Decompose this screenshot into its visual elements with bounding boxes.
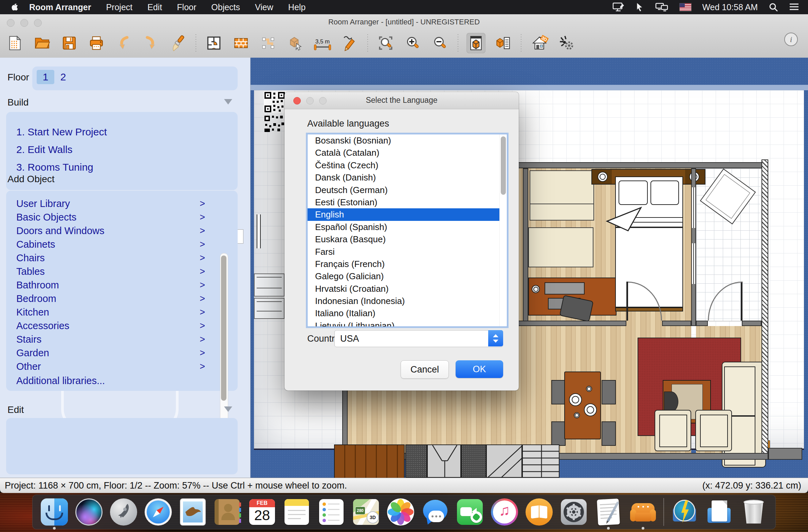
bed[interactable] bbox=[615, 176, 683, 307]
armchair[interactable] bbox=[695, 410, 732, 451]
menu-edit[interactable]: Edit bbox=[147, 2, 162, 12]
language-option[interactable]: English bbox=[308, 208, 507, 221]
measure-button[interactable]: 3,5 m bbox=[313, 33, 332, 53]
ok-button[interactable]: OK bbox=[456, 360, 503, 378]
spotlight-search-icon[interactable] bbox=[769, 2, 778, 12]
language-option[interactable]: Français (French) bbox=[308, 258, 507, 270]
category-kitchen[interactable]: Kitchen> bbox=[16, 305, 205, 319]
cancel-button[interactable]: Cancel bbox=[401, 360, 449, 379]
category-doors-and-windows[interactable]: Doors and Windows> bbox=[16, 224, 205, 238]
sidecar-display-icon[interactable] bbox=[612, 2, 625, 12]
additional-libraries-link[interactable]: Additional libraries... bbox=[16, 374, 205, 387]
floor-tab-1[interactable]: 1 bbox=[37, 70, 54, 84]
wall-stub-right[interactable] bbox=[768, 448, 802, 460]
redo-button[interactable] bbox=[141, 33, 160, 53]
language-option[interactable]: Lietuviu (Lithuanian) bbox=[308, 320, 507, 327]
paver-tile[interactable] bbox=[486, 444, 522, 478]
build-step-2[interactable]: 2. Edit Walls bbox=[16, 144, 107, 155]
category-chairs[interactable]: Chairs> bbox=[16, 251, 205, 265]
build-step-1[interactable]: 1. Start New Project bbox=[16, 126, 107, 138]
country-stepper[interactable] bbox=[488, 330, 503, 346]
wall-interior[interactable] bbox=[523, 168, 528, 326]
language-listbox[interactable]: Bosanski (Bosnian)Català (Catalan)Češtin… bbox=[307, 134, 507, 327]
view-3d-button[interactable]: 3D bbox=[530, 33, 549, 53]
category-garden[interactable]: Garden> bbox=[16, 346, 205, 360]
stone-tile[interactable] bbox=[405, 444, 427, 478]
menu-project[interactable]: Project bbox=[106, 2, 132, 12]
dialog-titlebar[interactable]: Select the Language bbox=[284, 92, 519, 109]
displays-icon[interactable] bbox=[655, 2, 669, 12]
dock-ibooks-icon[interactable] bbox=[525, 498, 553, 526]
listbox-scrollbar-thumb[interactable] bbox=[501, 136, 506, 195]
wood-deck[interactable] bbox=[334, 444, 405, 478]
print-button[interactable] bbox=[87, 33, 106, 53]
dining-chair[interactable] bbox=[602, 421, 616, 446]
apple-menu-icon[interactable] bbox=[11, 2, 19, 12]
language-option[interactable]: Bosanski (Bosnian) bbox=[308, 134, 507, 147]
language-option[interactable]: Deutsch (German) bbox=[308, 184, 507, 196]
zoom-in-button[interactable] bbox=[403, 33, 422, 53]
category-basic-objects[interactable]: Basic Objects> bbox=[16, 210, 205, 224]
object-list-button[interactable] bbox=[494, 33, 513, 53]
dock-trash-icon[interactable] bbox=[739, 498, 768, 526]
walls-button[interactable] bbox=[232, 33, 251, 53]
language-option[interactable]: Català (Catalan) bbox=[308, 147, 507, 159]
cursor-tool-icon[interactable] bbox=[636, 2, 644, 12]
language-option[interactable]: Indonesian (Indonesia) bbox=[308, 295, 507, 307]
zoom-selection-button[interactable] bbox=[376, 33, 395, 53]
dining-table[interactable] bbox=[564, 372, 601, 439]
stone-tile[interactable] bbox=[461, 444, 486, 478]
dock-lightning-app-icon[interactable] bbox=[670, 498, 699, 526]
armchair[interactable] bbox=[655, 410, 691, 451]
category-bedroom[interactable]: Bedroom> bbox=[16, 292, 205, 305]
category-bathroom[interactable]: Bathroom> bbox=[16, 278, 205, 292]
dock-safari-icon[interactable] bbox=[144, 498, 172, 526]
dock-siri-icon[interactable] bbox=[75, 498, 103, 526]
open-button[interactable] bbox=[33, 33, 52, 53]
category-tables[interactable]: Tables> bbox=[16, 265, 205, 278]
render-settings-button[interactable] bbox=[557, 33, 576, 53]
paint-button[interactable] bbox=[168, 33, 187, 53]
wall-stub[interactable] bbox=[257, 214, 261, 248]
new-project-button[interactable] bbox=[5, 33, 24, 53]
outside-object[interactable] bbox=[254, 273, 284, 297]
wardrobe[interactable] bbox=[530, 170, 594, 221]
category-other[interactable]: Other> bbox=[16, 360, 205, 373]
category-scrollbar-thumb[interactable] bbox=[221, 255, 226, 401]
language-option[interactable]: Dansk (Danish) bbox=[308, 171, 507, 184]
menu-floor[interactable]: Floor bbox=[177, 2, 196, 12]
dock-facetime-icon[interactable] bbox=[456, 498, 484, 526]
dock-calendar-icon[interactable]: FEB 28 bbox=[248, 498, 276, 526]
dock-launchpad-icon[interactable] bbox=[109, 498, 138, 526]
dock-maps-icon[interactable]: 280 3D bbox=[352, 498, 380, 526]
dock-room-arranger-icon[interactable] bbox=[629, 498, 657, 526]
object-browser-button[interactable] bbox=[466, 33, 485, 53]
outside-object[interactable] bbox=[254, 298, 284, 319]
save-button[interactable] bbox=[60, 33, 79, 53]
menu-view[interactable]: View bbox=[255, 2, 273, 12]
floor-tab-2[interactable]: 2 bbox=[54, 70, 72, 84]
dock-photos-icon[interactable] bbox=[386, 498, 415, 526]
build-step-3[interactable]: 3. Rooms Tuning bbox=[16, 162, 107, 173]
dining-chair[interactable] bbox=[602, 380, 616, 404]
us-flag-icon[interactable] bbox=[680, 3, 691, 11]
category-accessories[interactable]: Accessories> bbox=[16, 319, 205, 332]
wall-balcony-divider[interactable] bbox=[691, 168, 696, 326]
wall-window-hatch[interactable] bbox=[761, 159, 768, 460]
dock-finder-icon[interactable] bbox=[40, 498, 69, 526]
dock-textedit-icon[interactable] bbox=[594, 498, 623, 526]
language-option[interactable]: Čeština (Czech) bbox=[308, 159, 507, 171]
select-object-button[interactable] bbox=[286, 33, 305, 53]
floor-plan-button[interactable] bbox=[204, 33, 223, 53]
dock-reminders-icon[interactable] bbox=[317, 498, 346, 526]
dock-contacts-icon[interactable] bbox=[213, 498, 242, 526]
language-option[interactable]: Español (Spanish) bbox=[308, 221, 507, 233]
wall-hall[interactable] bbox=[696, 321, 708, 326]
dock-notes-icon[interactable] bbox=[282, 498, 311, 526]
menu-app-name[interactable]: Room Arranger bbox=[29, 2, 91, 12]
language-option[interactable]: Euskara (Basque) bbox=[308, 233, 507, 245]
language-option[interactable]: Eesti (Estonian) bbox=[308, 196, 507, 208]
info-button[interactable]: i bbox=[784, 33, 798, 46]
edit-filter-icon[interactable] bbox=[224, 406, 232, 412]
listbox-scrollbar[interactable] bbox=[499, 134, 507, 326]
